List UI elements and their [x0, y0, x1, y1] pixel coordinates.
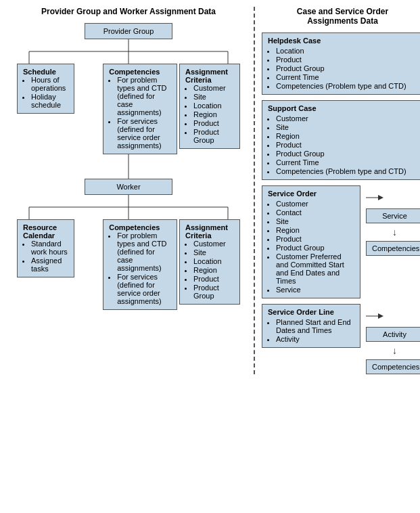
- provider-group-level: Provider Group: [85, 23, 172, 39]
- so-arrow-down1: ↓: [366, 227, 420, 237]
- sol-item-1: Planned Start and End Dates and Times: [276, 318, 354, 334]
- ac-worker-title: Assignment Criteria: [185, 223, 234, 240]
- assignment-criteria-worker-col: Assignment Criteria Customer Site Locati…: [179, 219, 240, 305]
- sc-item-1: Customer: [276, 114, 417, 122]
- resource-calendar-box: Resource Calendar Standard work hours As…: [17, 219, 74, 277]
- sol-side-boxes: Activity ↓ Competencies: [366, 309, 420, 374]
- rc-title: Resource Calendar: [23, 223, 68, 240]
- assignment-criteria-provider-box: Assignment Criteria Customer Site Locati…: [179, 64, 240, 149]
- service-order-line-box: Service Order Line Planned Start and End…: [262, 304, 360, 348]
- schedule-col: Schedule Hours of operations Holiday sch…: [17, 64, 74, 114]
- ac-p-item-2: Site: [193, 93, 234, 101]
- so-list: Customer Contact Site Region Product Pro…: [276, 200, 354, 294]
- sol-title: Service Order Line: [268, 308, 354, 316]
- worker-level: Worker: [85, 179, 172, 195]
- provider-children-row: Schedule Hours of operations Holiday sch…: [17, 64, 240, 154]
- so-item-7: Customer Preferred and Committed Start a…: [276, 252, 354, 285]
- competencies-service-label: Competencies: [372, 244, 419, 252]
- left-title: Provider Group and Worker Assignment Dat…: [34, 7, 223, 16]
- ac-provider-list: Customer Site Location Region Product Pr…: [193, 84, 234, 144]
- so-title: Service Order: [268, 189, 354, 198]
- resource-calendar-col: Resource Calendar Standard work hours As…: [17, 219, 74, 277]
- so-item-8: Service: [276, 286, 354, 294]
- comp-w-title: Competencies: [109, 223, 171, 231]
- hc-item-1: Location: [276, 47, 417, 55]
- ac-w-item-1: Customer: [193, 240, 234, 248]
- service-order-line-row: Service Order Line Planned Start and End…: [262, 304, 420, 374]
- so-item-3: Site: [276, 217, 354, 225]
- so-item-5: Product: [276, 235, 354, 243]
- rc-list: Standard work hours Assigned tasks: [31, 240, 68, 273]
- ac-p-item-4: Region: [193, 110, 234, 118]
- hc-item-5: Competencies (Problem type and CTD): [276, 82, 417, 90]
- right-title: Case and Service OrderAssignments Data: [262, 7, 420, 26]
- support-list: Customer Site Region Product Product Gro…: [276, 114, 417, 175]
- schedule-item-2: Holiday schedule: [31, 93, 68, 109]
- provider-group-box: Provider Group: [85, 23, 172, 39]
- ac-p-item-3: Location: [193, 102, 234, 110]
- schedule-box: Schedule Hours of operations Holiday sch…: [17, 64, 74, 114]
- activity-label: Activity: [383, 330, 406, 338]
- ac-provider-title: Assignment Criteria: [185, 68, 234, 84]
- competencies-provider-col: Competencies For problem types and CTD (…: [103, 64, 177, 154]
- ac-w-item-5: Product: [193, 275, 234, 283]
- worker-connector-top-svg: [17, 154, 240, 179]
- svg-marker-15: [378, 313, 383, 319]
- service-box: Service: [366, 208, 420, 223]
- rc-item-1: Standard work hours: [31, 240, 68, 256]
- ac-w-item-3: Location: [193, 257, 234, 265]
- ac-w-item-2: Site: [193, 248, 234, 256]
- hc-item-3: Product Group: [276, 64, 417, 72]
- sol-arrow-down: ↓: [366, 346, 420, 355]
- ac-p-item-1: Customer: [193, 84, 234, 92]
- so-item-4: Region: [276, 226, 354, 234]
- hc-item-4: Current Time: [276, 73, 417, 81]
- service-order-box: Service Order Customer Contact Site Regi…: [262, 185, 360, 298]
- provider-connector-svg: [17, 39, 240, 64]
- sc-item-7: Competencies (Problem type and CTD): [276, 167, 417, 175]
- sc-item-5: Product Group: [276, 150, 417, 158]
- worker-children-row: Resource Calendar Standard work hours As…: [17, 219, 240, 310]
- ac-p-item-6: Product Group: [193, 128, 234, 144]
- assignment-criteria-worker-box: Assignment Criteria Customer Site Locati…: [179, 219, 240, 305]
- right-section: Case and Service OrderAssignments Data H…: [254, 7, 420, 374]
- activity-box: Activity: [366, 327, 420, 342]
- sc-item-3: Region: [276, 132, 417, 140]
- sc-item-6: Current Time: [276, 158, 417, 166]
- competencies-provider-list: For problem types and CTD (defined for c…: [117, 76, 171, 150]
- ac-p-item-5: Product: [193, 119, 234, 127]
- helpdesk-title: Helpdesk Case: [268, 37, 417, 45]
- comp-p-item-1: For problem types and CTD (defined for c…: [117, 76, 171, 116]
- support-case-box: Support Case Customer Site Region Produc…: [262, 100, 420, 180]
- worker-box: Worker: [85, 179, 172, 195]
- support-title: Support Case: [268, 104, 417, 112]
- svg-marker-13: [378, 195, 383, 200]
- so-item-6: Product Group: [276, 244, 354, 252]
- competencies2-box: Competencies: [366, 359, 420, 374]
- schedule-item-1: Hours of operations: [31, 76, 68, 92]
- sol-item-2: Activity: [276, 335, 354, 343]
- schedule-title: Schedule: [23, 68, 68, 76]
- worker-connector-bottom-svg: [17, 195, 240, 219]
- so-arrow1-svg: [366, 191, 386, 204]
- comp-w-item-2: For services (defined for service order …: [117, 273, 171, 305]
- hc-item-2: Product: [276, 55, 417, 64]
- worker-label: Worker: [116, 183, 140, 191]
- so-item-2: Contact: [276, 208, 354, 217]
- competencies-service-box: Competencies: [366, 241, 420, 256]
- helpdesk-case-box: Helpdesk Case Location Product Product G…: [262, 32, 420, 95]
- so-item-1: Customer: [276, 200, 354, 208]
- ac-worker-list: Customer Site Location Region Product Pr…: [193, 240, 234, 300]
- sol-list: Planned Start and End Dates and Times Ac…: [276, 318, 354, 343]
- provider-group-label: Provider Group: [103, 27, 154, 35]
- schedule-list: Hours of operations Holiday schedule: [31, 76, 68, 109]
- competencies2-label: Competencies: [372, 363, 419, 371]
- sol-arrow1-svg: [366, 309, 386, 323]
- left-section: Provider Group and Worker Assignment Dat…: [3, 7, 254, 374]
- ac-w-item-4: Region: [193, 266, 234, 274]
- comp-w-list: For problem types and CTD (defined for c…: [117, 231, 171, 305]
- sc-item-4: Product: [276, 141, 417, 149]
- comp-w-item-1: For problem types and CTD (defined for c…: [117, 231, 171, 272]
- competencies-provider-box: Competencies For problem types and CTD (…: [103, 64, 177, 154]
- competencies-provider-title: Competencies: [109, 68, 171, 76]
